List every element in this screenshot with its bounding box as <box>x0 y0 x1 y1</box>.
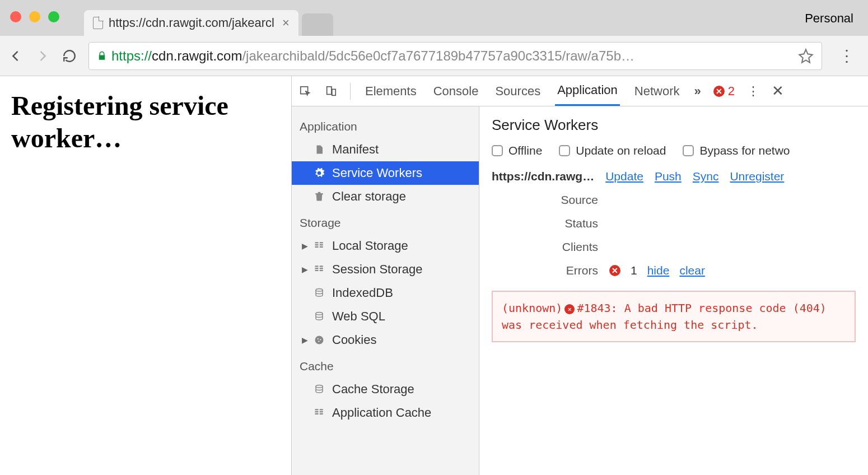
traffic-lights <box>10 11 59 22</box>
devtools-tabbar: Elements Console Sources Application Net… <box>292 76 868 106</box>
sw-source-label: Source <box>492 193 609 207</box>
maximize-window-button[interactable] <box>48 11 59 22</box>
back-button[interactable] <box>8 48 24 64</box>
grid-icon <box>313 407 325 419</box>
svg-point-18 <box>318 338 319 339</box>
update-on-reload-checkbox[interactable]: Update on reload <box>559 144 666 157</box>
omnibox[interactable]: https://cdn.rawgit.com/jakearchibald/5dc… <box>88 42 822 70</box>
sidebar-item-websql[interactable]: Web SQL <box>292 305 479 328</box>
minimize-window-button[interactable] <box>29 11 40 22</box>
profile-label[interactable]: Personal <box>805 11 853 26</box>
svg-rect-6 <box>320 242 323 243</box>
cookie-icon <box>313 334 325 346</box>
grid-icon <box>313 240 325 252</box>
svg-rect-27 <box>320 413 323 415</box>
url-display: https://cdn.rawgit.com/jakearchibald/5dc… <box>111 48 634 64</box>
page-heading: Registering service worker… <box>11 90 280 154</box>
sidebar-item-indexeddb[interactable]: IndexedDB <box>292 281 479 305</box>
chevron-icon: ▶ <box>302 265 308 274</box>
sw-sync-link[interactable]: Sync <box>693 170 719 183</box>
sidebar-item-manifest[interactable]: Manifest <box>292 138 479 161</box>
svg-rect-26 <box>320 411 323 412</box>
bypass-network-checkbox[interactable]: Bypass for netwo <box>683 144 790 157</box>
sw-clients-label: Clients <box>492 240 609 254</box>
address-bar: https://cdn.rawgit.com/jakearchibald/5dc… <box>0 36 868 76</box>
gear-icon <box>313 167 325 179</box>
sidebar-item-application-cache[interactable]: Application Cache <box>292 401 479 425</box>
trash-icon <box>313 190 325 203</box>
inspect-icon[interactable] <box>298 85 312 98</box>
tab-network[interactable]: Network <box>632 77 682 105</box>
panel-title: Service Workers <box>492 117 856 134</box>
database-icon <box>313 310 325 323</box>
application-sidebar: Application Manifest Service Workers Cle… <box>292 106 479 475</box>
sidebar-item-clear-storage[interactable]: Clear storage <box>292 185 479 208</box>
close-window-button[interactable] <box>10 11 21 22</box>
error-icon: ✕ <box>713 86 725 97</box>
svg-rect-24 <box>315 413 319 415</box>
svg-rect-7 <box>320 244 323 245</box>
devtools-panel: Elements Console Sources Application Net… <box>291 76 868 475</box>
chevron-icon: ▶ <box>302 336 308 344</box>
tab-console[interactable]: Console <box>431 77 481 105</box>
close-tab-icon[interactable]: × <box>282 16 290 30</box>
error-icon: ✕ <box>609 265 620 276</box>
page-content: Registering service worker… <box>0 76 291 475</box>
sw-update-link[interactable]: Update <box>605 170 643 183</box>
svg-rect-8 <box>320 246 323 248</box>
sidebar-item-local-storage[interactable]: ▶Local Storage <box>292 234 479 258</box>
devtools-close-icon[interactable]: ✕ <box>772 82 784 100</box>
group-storage: Storage <box>292 208 479 234</box>
svg-rect-4 <box>315 244 319 245</box>
group-application: Application <box>292 112 479 138</box>
new-tab-button[interactable] <box>302 13 333 36</box>
svg-point-19 <box>320 339 321 340</box>
database-icon <box>313 287 325 299</box>
group-cache: Cache <box>292 352 479 378</box>
svg-point-15 <box>316 289 323 292</box>
sw-push-link[interactable]: Push <box>655 170 682 183</box>
tab-application[interactable]: Application <box>555 76 620 106</box>
grid-icon <box>313 263 325 276</box>
devtools-menu-icon[interactable]: ⋮ <box>747 84 759 99</box>
reload-button[interactable] <box>62 48 77 64</box>
tab-elements[interactable]: Elements <box>363 77 419 105</box>
sw-clear-link[interactable]: clear <box>679 264 705 277</box>
sw-origin-label: https://cdn.rawg… <box>492 170 594 183</box>
database-icon <box>313 383 325 395</box>
lock-icon <box>97 50 107 62</box>
error-message-box: (unknown)✕#1843: A bad HTTP response cod… <box>492 291 856 342</box>
more-tabs-icon[interactable]: » <box>694 84 701 99</box>
sw-unregister-link[interactable]: Unregister <box>730 170 784 183</box>
forward-button[interactable] <box>35 48 50 64</box>
svg-point-21 <box>316 385 323 388</box>
sw-hide-link[interactable]: hide <box>647 264 670 277</box>
sidebar-item-cache-storage[interactable]: Cache Storage <box>292 378 479 401</box>
svg-rect-13 <box>320 268 323 269</box>
sw-errors-label: Errors <box>492 264 609 277</box>
sidebar-item-cookies[interactable]: ▶Cookies <box>292 328 479 352</box>
error-icon: ✕ <box>564 304 575 314</box>
svg-rect-3 <box>315 242 319 243</box>
device-toggle-icon[interactable] <box>324 85 338 98</box>
svg-rect-25 <box>320 409 323 410</box>
chrome-menu-button[interactable]: ⋮ <box>833 46 860 65</box>
window-tabbar: https://cdn.rawgit.com/jakearcl × Person… <box>0 0 868 36</box>
svg-point-17 <box>315 336 324 344</box>
sidebar-item-service-workers[interactable]: Service Workers <box>292 161 479 185</box>
svg-rect-10 <box>315 268 319 269</box>
sidebar-item-session-storage[interactable]: ▶Session Storage <box>292 258 479 281</box>
offline-checkbox[interactable]: Offline <box>492 144 542 157</box>
tab-sources[interactable]: Sources <box>493 77 543 105</box>
svg-rect-2 <box>332 89 335 95</box>
browser-tab-active[interactable]: https://cdn.rawgit.com/jakearcl × <box>84 10 298 36</box>
svg-rect-12 <box>320 266 323 267</box>
sw-error-count: 1 <box>631 264 637 277</box>
service-workers-panel: Service Workers Offline Update on reload… <box>479 106 868 475</box>
svg-rect-22 <box>315 409 319 410</box>
sw-status-label: Status <box>492 217 609 230</box>
svg-rect-1 <box>327 86 332 94</box>
error-badge[interactable]: ✕ 2 <box>713 84 735 99</box>
svg-rect-9 <box>315 266 319 267</box>
bookmark-star-icon[interactable] <box>798 48 814 64</box>
